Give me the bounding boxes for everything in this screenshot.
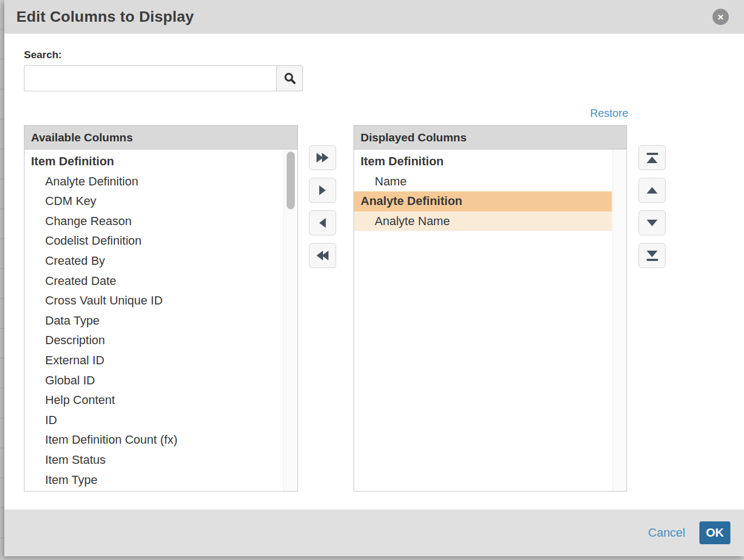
move-left-button[interactable] bbox=[309, 210, 336, 235]
available-column-item[interactable]: Item Type bbox=[24, 470, 283, 490]
displayed-columns-list: Item DefinitionNameAnalyte DefinitionAna… bbox=[354, 150, 612, 491]
available-column-item[interactable]: Global ID bbox=[24, 371, 283, 391]
displayed-columns-header: Displayed Columns bbox=[354, 126, 627, 150]
available-columns-list: Item DefinitionAnalyte DefinitionCDM Key… bbox=[24, 150, 283, 491]
search-icon bbox=[283, 72, 296, 85]
transfer-buttons bbox=[309, 145, 336, 268]
restore-link[interactable]: Restore bbox=[590, 107, 628, 120]
displayed-column-row[interactable]: Item Definition bbox=[354, 152, 612, 172]
move-to-top-button[interactable] bbox=[638, 145, 666, 170]
left-arrow-icon bbox=[319, 218, 326, 228]
search-label: Search: bbox=[24, 49, 62, 61]
dialog-title: Edit Columns to Display bbox=[4, 8, 194, 26]
available-column-item[interactable]: External ID bbox=[24, 351, 283, 371]
move-down-button[interactable] bbox=[638, 210, 666, 235]
available-scrollbar-thumb[interactable] bbox=[287, 152, 295, 209]
available-column-item[interactable]: Created By bbox=[24, 251, 283, 271]
available-column-item[interactable]: Item Status bbox=[24, 450, 283, 470]
available-column-group[interactable]: Item Definition bbox=[24, 152, 283, 172]
close-icon: ✕ bbox=[717, 13, 724, 21]
move-all-right-button[interactable] bbox=[309, 145, 336, 170]
available-columns-header: Available Columns bbox=[24, 126, 297, 150]
displayed-columns-body: Item DefinitionNameAnalyte DefinitionAna… bbox=[354, 150, 627, 491]
move-to-bottom-button[interactable] bbox=[638, 243, 666, 268]
search-row bbox=[24, 65, 303, 91]
cancel-button[interactable]: Cancel bbox=[648, 526, 685, 540]
ok-button[interactable]: OK bbox=[699, 521, 730, 544]
move-bottom-icon bbox=[647, 251, 658, 261]
move-up-button[interactable] bbox=[638, 178, 666, 203]
available-column-item[interactable]: Help Content bbox=[24, 390, 283, 410]
available-column-item[interactable]: Analyte Definition bbox=[24, 172, 283, 192]
move-all-left-button[interactable] bbox=[309, 243, 336, 268]
double-left-arrow-icon bbox=[317, 251, 328, 260]
available-columns-panel: Available Columns Item DefinitionAnalyte… bbox=[24, 125, 298, 491]
displayed-column-row[interactable]: Analyte Name bbox=[354, 211, 612, 232]
available-column-item[interactable]: Cross Vault Unique ID bbox=[24, 291, 283, 311]
move-down-icon bbox=[647, 220, 658, 226]
move-right-button[interactable] bbox=[309, 178, 336, 203]
available-scrollbar-track[interactable] bbox=[283, 150, 297, 491]
double-right-arrow-icon bbox=[317, 153, 328, 163]
edit-columns-dialog: Edit Columns to Display ✕ Search: Restor… bbox=[4, 0, 744, 556]
available-column-item[interactable]: Data Type bbox=[24, 311, 283, 331]
available-columns-body: Item DefinitionAnalyte DefinitionCDM Key… bbox=[24, 150, 297, 491]
search-button[interactable] bbox=[276, 65, 303, 91]
reorder-buttons bbox=[638, 145, 666, 268]
available-column-item[interactable]: Codelist Definition bbox=[24, 231, 283, 251]
available-column-item[interactable]: Change Reason bbox=[24, 211, 283, 232]
available-column-item[interactable]: CDM Key bbox=[24, 191, 283, 211]
displayed-columns-panel: Displayed Columns Item DefinitionNameAna… bbox=[354, 125, 627, 491]
dialog-footer: Cancel OK bbox=[4, 509, 744, 556]
dialog-header: Edit Columns to Display ✕ bbox=[4, 0, 744, 34]
available-column-item[interactable]: Item Definition Count (fx) bbox=[24, 430, 283, 450]
available-column-item[interactable]: Description bbox=[24, 331, 283, 351]
close-button[interactable]: ✕ bbox=[712, 9, 729, 25]
right-arrow-icon bbox=[319, 185, 326, 195]
available-column-item[interactable]: Created Date bbox=[24, 271, 283, 291]
search-input[interactable] bbox=[24, 65, 276, 91]
move-up-icon bbox=[647, 187, 658, 194]
move-top-icon bbox=[647, 153, 658, 163]
displayed-column-row[interactable]: Analyte Definition bbox=[354, 191, 612, 211]
displayed-column-row[interactable]: Name bbox=[354, 172, 612, 192]
displayed-scrollbar-track bbox=[612, 150, 627, 491]
available-column-item[interactable]: ID bbox=[24, 410, 283, 431]
